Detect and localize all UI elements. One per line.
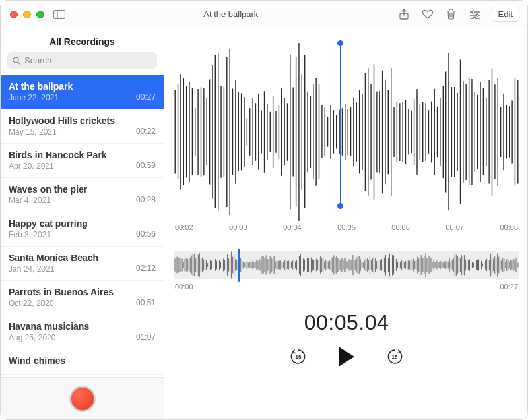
- delete-button[interactable]: [444, 7, 459, 22]
- app-window: At the ballpark: [0, 0, 528, 420]
- detail-pane: 00:0200:0300:0400:0500:0600:0700:08 00:0…: [164, 28, 527, 419]
- recording-date: Jan 24, 2021: [9, 264, 54, 274]
- ruler-tick: 00:06: [391, 224, 410, 235]
- list-item[interactable]: Hollywood Hills cricketsMay 15, 202100:2…: [1, 109, 164, 144]
- ruler-tick: 00:05: [337, 224, 356, 235]
- recording-name: Santa Monica Beach: [9, 253, 156, 263]
- recording-name: Birds in Hancock Park: [9, 150, 156, 160]
- sidebar-icon: [53, 10, 65, 19]
- play-icon: [337, 345, 356, 368]
- skip-forward-button[interactable]: 15: [385, 347, 404, 366]
- recording-name: Havana musicians: [9, 321, 156, 332]
- recording-duration: 00:28: [136, 195, 156, 204]
- sidebar-footer: [1, 377, 164, 419]
- skip-back-button[interactable]: 15: [289, 347, 308, 366]
- recording-duration: 02:12: [136, 264, 156, 273]
- search-icon: [13, 57, 20, 65]
- ruler-tick: 00:07: [446, 224, 464, 235]
- timecode: 00:05.04: [174, 311, 519, 335]
- ruler-tick: 00:02: [175, 224, 193, 235]
- waveform-zoomed[interactable]: 00:0200:0300:0400:0500:0600:0700:08: [174, 43, 519, 221]
- recording-date: Oct 22, 2020: [9, 299, 54, 308]
- ruler-tick: 00:04: [283, 224, 302, 235]
- recording-duration: 00:56: [136, 229, 156, 239]
- window-controls: [10, 11, 44, 18]
- recording-name: Parrots in Buenos Aires: [9, 287, 156, 297]
- ruler-tick: 00:08: [500, 224, 518, 235]
- sidebar-title: All Recordings: [1, 28, 164, 52]
- recording-date: May 15, 2021: [9, 127, 57, 136]
- titlebar: At the ballpark: [1, 1, 527, 28]
- recording-name: Happy cat purring: [9, 218, 156, 229]
- overview-end: 00:27: [500, 283, 518, 291]
- recording-date: Mar 4, 2021: [9, 196, 51, 205]
- recording-name: Waves on the pier: [9, 184, 156, 195]
- playhead[interactable]: [340, 43, 341, 206]
- recording-duration: 00:27: [136, 92, 156, 102]
- body: All Recordings Search At the ballparkJun…: [1, 28, 527, 419]
- transport-controls: 15 15: [174, 345, 519, 368]
- list-item[interactable]: Santa Monica BeachJan 24, 202102:12: [1, 247, 164, 281]
- trash-icon: [446, 9, 456, 20]
- recording-list[interactable]: At the ballparkJune 22, 202100:27Hollywo…: [1, 75, 164, 377]
- list-item[interactable]: Birds in Hancock ParkApr 20, 202100:59: [1, 144, 164, 178]
- overview-times: 00:00 00:27: [174, 283, 519, 291]
- list-item[interactable]: Wind chimes: [1, 349, 164, 375]
- favorite-button[interactable]: [420, 7, 435, 22]
- minimize-window-button[interactable]: [23, 11, 31, 18]
- recording-duration: 01:07: [136, 332, 156, 342]
- overview-playhead[interactable]: [238, 249, 240, 282]
- svg-rect-0: [54, 10, 65, 18]
- heart-icon: [422, 9, 434, 20]
- search-placeholder: Search: [24, 55, 51, 65]
- recording-name: At the ballpark: [9, 81, 156, 92]
- skip-back-amount: 15: [296, 354, 302, 360]
- time-ruler: 00:0200:0300:0400:0500:0600:0700:08: [174, 221, 519, 235]
- sidebar: All Recordings Search At the ballparkJun…: [1, 28, 164, 419]
- recording-date: June 22, 2021: [9, 93, 59, 102]
- sliders-icon: [469, 10, 481, 19]
- list-item[interactable]: Havana musiciansAug 25, 202001:07: [1, 315, 164, 349]
- overview-start: 00:00: [175, 283, 193, 291]
- recording-date: Apr 20, 2021: [9, 162, 54, 171]
- recording-name: Hollywood Hills crickets: [9, 115, 156, 126]
- zoom-window-button[interactable]: [36, 11, 44, 18]
- recording-date: Feb 3, 2021: [9, 230, 51, 239]
- list-item[interactable]: Parrots in Buenos AiresOct 22, 202000:51: [1, 281, 164, 315]
- skip-forward-amount: 15: [392, 354, 398, 360]
- list-item[interactable]: At the ballparkJune 22, 202100:27: [1, 75, 164, 109]
- search-input[interactable]: Search: [7, 52, 157, 69]
- recording-duration: 00:51: [136, 298, 156, 307]
- svg-point-6: [476, 14, 478, 16]
- share-button[interactable]: [397, 7, 411, 22]
- recording-duration: 00:22: [136, 127, 156, 136]
- recording-date: Aug 25, 2020: [9, 333, 55, 342]
- list-item[interactable]: Waves on the pierMar 4, 202100:28: [1, 178, 164, 212]
- record-button[interactable]: [69, 386, 96, 412]
- svg-line-10: [18, 62, 20, 64]
- waveform-overview[interactable]: [174, 251, 519, 279]
- svg-point-8: [473, 17, 476, 19]
- window-title: At the ballpark: [65, 9, 397, 19]
- play-button[interactable]: [337, 345, 356, 368]
- recording-name: Wind chimes: [9, 355, 156, 366]
- options-button[interactable]: [468, 7, 482, 22]
- close-window-button[interactable]: [10, 11, 18, 18]
- edit-button[interactable]: Edit: [492, 7, 519, 22]
- svg-point-4: [472, 11, 475, 13]
- recording-duration: 00:59: [136, 161, 156, 170]
- toolbar-right: Edit: [397, 7, 519, 22]
- ruler-tick: 00:03: [229, 224, 248, 235]
- list-item[interactable]: Happy cat purringFeb 3, 202100:56: [1, 212, 164, 247]
- toggle-sidebar-button[interactable]: [53, 10, 65, 19]
- share-icon: [399, 9, 409, 20]
